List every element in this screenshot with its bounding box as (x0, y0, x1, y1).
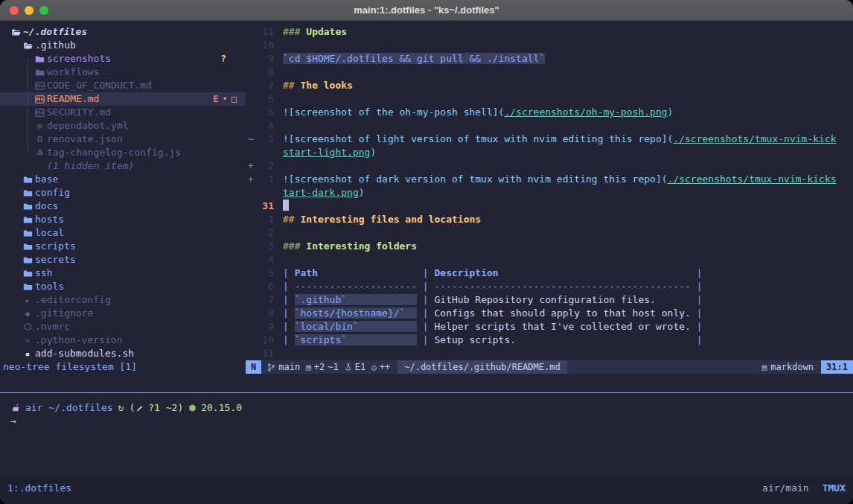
editor-line[interactable]: 10 (246, 39, 853, 52)
line-number: 2 (255, 226, 274, 240)
tree-item-code-of-conduct-md[interactable]: CODE_OF_CONDUCT.md (0, 79, 246, 92)
tree-item-hosts[interactable]: hosts (0, 213, 246, 226)
editor-line[interactable]: 10| `scripts` | Setup scripts. | (246, 334, 853, 347)
tmux-window-item[interactable]: 1:.dotfiles (7, 482, 71, 504)
tree-item-nvmrc[interactable]: .nvmrc (0, 320, 246, 334)
gutter-sign (246, 25, 255, 39)
tree-item-github[interactable]: .github (0, 39, 246, 52)
shell-input-line[interactable]: → (0, 415, 853, 428)
gutter-sign (246, 146, 255, 159)
tree-item-label: hosts (35, 213, 64, 226)
tree-item-security-md[interactable]: SECURITY.md (0, 106, 246, 119)
text-segment: `scripts` (295, 334, 417, 345)
text-segment: Interesting files and locations (300, 214, 481, 225)
line-text: ### Interesting folders (283, 240, 853, 253)
tree-item-label: CODE_OF_CONDUCT.md (47, 79, 152, 92)
text-segment: ### (283, 240, 306, 252)
editor-line[interactable]: 31 (246, 200, 853, 213)
text-segment: | (417, 294, 434, 305)
tree-item-add-submodules-sh[interactable]: ▪add-submodules.sh (0, 347, 246, 360)
editor-line[interactable]: 6 (246, 92, 853, 106)
editor-line[interactable]: +1![screenshot of dark version of tmux w… (246, 173, 853, 186)
shell-prompt: air ~/.dotfiles ↻ ( ?1 ~2 ) 20.15.0 (0, 401, 853, 415)
line-number: 31 (255, 200, 274, 213)
tree-item-scripts[interactable]: scripts (0, 240, 246, 253)
editor-line[interactable]: 5| Path | Description | (246, 267, 853, 280)
text-segment: `local/bin` (295, 321, 417, 332)
tree-item-config[interactable]: config (0, 186, 246, 200)
text-segment: ./screenshots/oh-my-posh.png (504, 106, 667, 118)
neo-tree-panel[interactable]: ~/.dotfiles.githubscreenshots?workflowsC… (0, 21, 246, 360)
tree-item-tag-changelog-config-js[interactable]: JStag-changelog-config.js (0, 146, 246, 159)
text-segment: start-light.png (283, 147, 370, 158)
gutter-sign: + (246, 173, 255, 186)
text-segment: | (417, 307, 434, 319)
line-number: 1 (255, 213, 274, 226)
text-segment: | (283, 334, 295, 345)
line-text: | Path | Description | (283, 267, 853, 280)
editor-line[interactable]: 2 (246, 226, 853, 240)
tree-item-python-version[interactable]: ∗.python-version (0, 334, 246, 347)
editor-line[interactable]: 11 (246, 347, 853, 360)
text-segment: | (691, 334, 703, 345)
git-paren-open: ( (129, 401, 135, 415)
editor-line[interactable]: 9`cd $HOME/.dotfiles && git pull && ./in… (246, 52, 853, 66)
tree-item-local[interactable]: local (0, 226, 246, 240)
text-segment: ) (359, 187, 365, 198)
tree-item-ssh[interactable]: ssh (0, 267, 246, 280)
line-number: 1 (255, 173, 274, 186)
folder-closed-icon (22, 175, 33, 185)
editor-line[interactable]: +2 (246, 159, 853, 173)
line-text (283, 92, 853, 106)
editor-line[interactable]: 11### Updates (246, 25, 853, 39)
tree-item-readme-md[interactable]: README.mdE•□ (0, 92, 246, 106)
line-text: start-light.png) (283, 146, 853, 159)
diagnostics-errors: E1 (355, 362, 365, 372)
tree-item-editorconfig[interactable]: ▸.editorconfig (0, 293, 246, 307)
line-text (283, 200, 853, 213)
text-segment: GitHub Repository configuration files. (435, 294, 691, 305)
tree-item-tools[interactable]: tools (0, 280, 246, 293)
editor-line[interactable]: 7| `.github` | GitHub Repository configu… (246, 293, 853, 307)
editor-line[interactable]: 7## The looks (246, 79, 853, 92)
tree-item-secrets[interactable]: secrets (0, 253, 246, 267)
text-segment: Description (435, 267, 691, 278)
editor-line[interactable]: 3### Interesting folders (246, 240, 853, 253)
tree-item-dependabot-yml[interactable]: ⚙dependabot.yml (0, 119, 246, 133)
editor-line[interactable]: 8| `hosts/{hostname}/` | Configs that sh… (246, 307, 853, 320)
text-segment: | (283, 321, 295, 332)
text-segment: | (283, 281, 295, 292)
tree-item-renovate-json[interactable]: {}renovate.json (0, 133, 246, 146)
editor-line[interactable]: start-light.png) (246, 146, 853, 159)
editor-line[interactable]: 9| `local/bin` | Helper scripts that I'v… (246, 320, 853, 334)
folder-closed-icon (22, 282, 33, 292)
apple-icon (12, 403, 21, 413)
folder-closed-icon (22, 215, 33, 225)
tree-item-screenshots[interactable]: screenshots? (0, 52, 246, 66)
shell-pane[interactable]: air ~/.dotfiles ↻ ( ?1 ~2 ) 20.15.0 → (0, 393, 853, 479)
tree-item-base[interactable]: base (0, 173, 246, 186)
tree-item-dotfiles[interactable]: ~/.dotfiles (0, 25, 246, 39)
gutter-sign (246, 52, 255, 66)
tree-item-gitignore[interactable]: ◆.gitignore (0, 307, 246, 320)
editor-line[interactable]: ~3![screenshot of light version of tmux … (246, 133, 853, 146)
gutter-sign (246, 66, 255, 79)
line-text: ## Interesting files and locations (283, 213, 853, 226)
tree-item-label: .python-version (35, 334, 122, 347)
editor-line[interactable]: 1## Interesting files and locations (246, 213, 853, 226)
tree-item-docs[interactable]: docs (0, 200, 246, 213)
tree-item-workflows[interactable]: workflows (0, 66, 246, 79)
gutter-sign: + (246, 159, 255, 173)
editor-buffer[interactable]: 11### Updates109`cd $HOME/.dotfiles && g… (246, 21, 853, 360)
diff-changed: ~1 (328, 362, 338, 372)
editor-line[interactable]: 6| --------------------- | -------------… (246, 280, 853, 293)
text-segment: ./screenshots/tmux-nvim-kicks (668, 173, 837, 185)
editor-line[interactable]: 4 (246, 253, 853, 267)
square-icon: ▪ (22, 350, 33, 358)
editor-line[interactable]: 8 (246, 66, 853, 79)
line-text: ![screenshot of dark version of tmux wit… (283, 173, 853, 186)
editor-line[interactable]: 4 (246, 119, 853, 133)
tree-item-1-hidden-item[interactable]: (1 hidden item) (0, 159, 246, 173)
editor-line[interactable]: tart-dark.png) (246, 186, 853, 200)
editor-line[interactable]: 5![screenshot of the oh-my-posh shell](.… (246, 106, 853, 119)
